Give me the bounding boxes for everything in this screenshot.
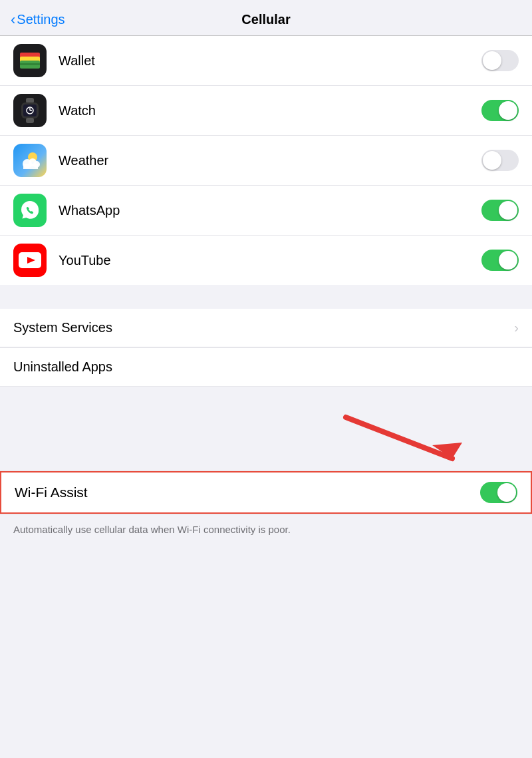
whatsapp-toggle[interactable]	[481, 200, 519, 221]
system-services-section: System Services ›	[0, 309, 532, 347]
system-services-row[interactable]: System Services ›	[0, 309, 532, 347]
watch-label: Watch	[59, 103, 481, 118]
whatsapp-label: WhatsApp	[59, 203, 481, 218]
youtube-toggle-knob	[499, 251, 517, 270]
list-item-wallet: Wallet	[0, 36, 532, 86]
svg-rect-10	[26, 118, 34, 123]
page-title: Cellular	[241, 12, 290, 27]
uninstalled-apps-section: Uninstalled Apps	[0, 348, 532, 387]
svg-rect-3	[20, 63, 40, 65]
whatsapp-toggle-knob	[499, 201, 517, 220]
wallet-app-icon	[13, 44, 47, 77]
svg-rect-15	[23, 164, 38, 169]
app-list: Wallet Watch	[0, 36, 532, 285]
uninstalled-apps-label: Uninstalled Apps	[13, 359, 519, 375]
youtube-label: YouTube	[59, 253, 481, 268]
wifi-assist-description-text: Automatically use cellular data when Wi-…	[13, 524, 291, 535]
list-item-whatsapp: WhatsApp	[0, 186, 532, 236]
uninstalled-apps-row[interactable]: Uninstalled Apps	[0, 348, 532, 387]
weather-app-icon	[13, 144, 47, 177]
wifi-assist-row: Wi-Fi Assist	[0, 471, 532, 514]
section-divider-1	[0, 285, 532, 309]
red-arrow-annotation	[0, 411, 532, 471]
list-item-watch: Watch	[0, 86, 532, 136]
back-label[interactable]: Settings	[17, 12, 65, 27]
wifi-assist-toggle-knob	[497, 483, 516, 502]
svg-marker-20	[432, 443, 462, 459]
weather-toggle-knob	[483, 151, 501, 170]
wallet-toggle[interactable]	[481, 50, 519, 71]
wifi-assist-toggle[interactable]	[480, 482, 517, 503]
annotation-area	[0, 411, 532, 471]
whatsapp-app-icon	[13, 194, 47, 227]
system-services-label: System Services	[13, 320, 511, 335]
watch-toggle[interactable]	[481, 100, 519, 121]
weather-label: Weather	[59, 153, 481, 168]
back-chevron-icon: ‹	[11, 11, 15, 29]
list-item-youtube: YouTube	[0, 236, 532, 285]
weather-toggle[interactable]	[481, 150, 519, 171]
svg-line-19	[346, 417, 452, 459]
wifi-assist-section: Wi-Fi Assist	[0, 471, 532, 514]
back-button[interactable]: ‹ Settings	[11, 11, 65, 29]
system-services-chevron-icon: ›	[514, 320, 519, 335]
section-divider-2	[0, 387, 532, 411]
watch-toggle-knob	[499, 101, 517, 120]
wifi-assist-label: Wi-Fi Assist	[15, 484, 480, 500]
watch-app-icon	[13, 94, 47, 127]
list-item-weather: Weather	[0, 136, 532, 186]
youtube-toggle[interactable]	[481, 250, 519, 271]
wallet-label: Wallet	[59, 53, 481, 69]
wifi-assist-description: Automatically use cellular data when Wi-…	[0, 514, 532, 550]
youtube-app-icon	[13, 244, 47, 277]
header: ‹ Settings Cellular	[0, 0, 532, 36]
svg-rect-4	[26, 98, 34, 103]
wallet-toggle-knob	[483, 51, 501, 70]
